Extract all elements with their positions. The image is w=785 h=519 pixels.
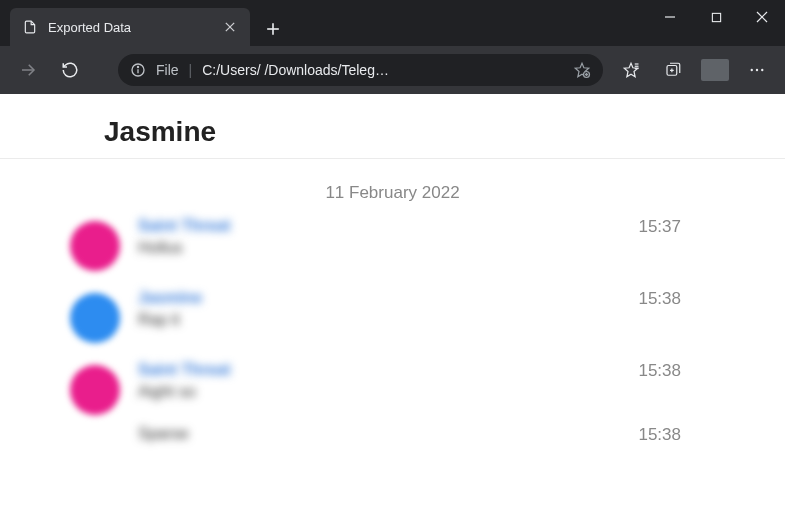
message-sender: Saint Threat (138, 361, 608, 379)
reload-button[interactable] (56, 56, 84, 84)
browser-toolbar: File | C:/Users/ /Downloads/Teleg… (0, 46, 785, 94)
address-bar[interactable]: File | C:/Users/ /Downloads/Teleg… (118, 54, 603, 86)
message-time: 15:38 (638, 425, 681, 445)
avatar (70, 365, 120, 415)
svg-rect-1 (712, 13, 720, 21)
address-separator: | (189, 62, 193, 78)
window-maximize[interactable] (693, 0, 739, 34)
message-text: Aight so (138, 383, 608, 401)
date-separator: 11 February 2022 (0, 159, 785, 217)
message-row: Saint Threat Hollus 15:37 (70, 217, 681, 271)
address-scheme: File (156, 62, 179, 78)
message-time: 15:38 (638, 361, 681, 415)
message-time: 15:37 (638, 217, 681, 271)
message-text: Sparse (138, 425, 608, 443)
browser-tab[interactable]: Exported Data (10, 8, 250, 46)
browser-chrome: Exported Data File | C:/Users/ /Download… (0, 0, 785, 94)
profile-button[interactable] (701, 59, 729, 81)
address-path: C:/Users/ /Downloads/Teleg… (202, 62, 472, 78)
menu-icon[interactable] (743, 56, 771, 84)
svg-point-23 (751, 69, 753, 71)
svg-point-11 (137, 66, 138, 67)
window-controls (647, 0, 785, 40)
new-tab-button[interactable] (256, 12, 290, 46)
message-row: Sparse 15:38 (70, 425, 681, 445)
message-sender: Jasmine (138, 289, 608, 307)
svg-marker-16 (624, 63, 638, 77)
message-row: Jasmine Rap it 15:38 (70, 289, 681, 343)
page-header: Jasmine (0, 94, 785, 159)
info-icon (130, 62, 146, 78)
favorites-icon[interactable] (617, 56, 645, 84)
collections-icon[interactable] (659, 56, 687, 84)
svg-point-24 (756, 69, 758, 71)
forward-button[interactable] (14, 56, 42, 84)
message-text: Rap it (138, 311, 608, 329)
message-row: Saint Threat Aight so 15:38 (70, 361, 681, 415)
tab-title: Exported Data (48, 20, 212, 35)
tab-close-icon[interactable] (222, 19, 238, 35)
avatar (70, 293, 120, 343)
avatar (70, 221, 120, 271)
file-icon (22, 19, 38, 35)
message-sender: Saint Threat (138, 217, 608, 235)
toolbar-right (617, 56, 771, 84)
messages-list: Saint Threat Hollus 15:37 Jasmine Rap it… (0, 217, 785, 445)
window-close[interactable] (739, 0, 785, 34)
window-minimize[interactable] (647, 0, 693, 34)
add-favorite-icon[interactable] (573, 61, 591, 79)
message-text: Hollus (138, 239, 608, 257)
page-title: Jasmine (104, 116, 785, 148)
message-time: 15:38 (638, 289, 681, 343)
svg-point-25 (761, 69, 763, 71)
